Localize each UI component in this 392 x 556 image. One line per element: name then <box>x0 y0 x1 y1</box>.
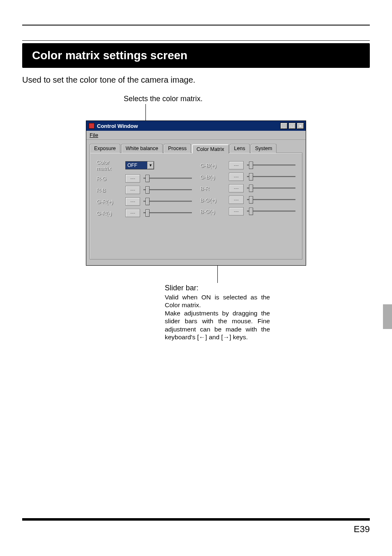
close-button[interactable]: × <box>297 123 304 129</box>
value-r-g: --- <box>125 174 140 183</box>
menu-file[interactable]: File <box>90 132 98 138</box>
slider-g-b-minus[interactable] <box>247 173 295 181</box>
label-color-matrix: Color matrix <box>97 159 125 171</box>
value-g-b-minus: --- <box>229 173 244 181</box>
value-r-b: --- <box>125 186 140 194</box>
leader-line-bottom <box>217 266 218 283</box>
maximize-button[interactable]: □ <box>288 123 296 129</box>
slider-b-g-minus[interactable] <box>247 207 295 215</box>
section-title: Color matrix settings screen <box>22 43 370 68</box>
slider-g-r-minus[interactable] <box>143 209 192 217</box>
minimize-button[interactable]: _ <box>280 123 288 129</box>
slider-g-r-plus[interactable] <box>143 197 192 206</box>
label-r-b: R-B <box>97 187 125 193</box>
label-r-g: R-G <box>97 176 125 182</box>
slider-g-b-plus[interactable] <box>247 161 295 169</box>
slider-explanation-heading: Slider bar: <box>165 284 270 292</box>
label-g-b-plus: G-B(+) <box>200 162 229 169</box>
tab-exposure[interactable]: Exposure <box>90 144 120 153</box>
footer-rule <box>22 518 370 521</box>
tab-white-balance[interactable]: White balance <box>121 144 163 153</box>
label-b-r: B-R <box>200 185 229 192</box>
tab-system[interactable]: System <box>251 144 277 153</box>
page-footer: E39 <box>22 518 370 535</box>
value-g-r-plus: --- <box>125 197 140 206</box>
tab-process[interactable]: Process <box>164 144 191 153</box>
slider-b-r[interactable] <box>247 184 295 192</box>
window-title: Control Window <box>97 123 138 129</box>
slider-b-g-plus[interactable] <box>247 196 295 204</box>
value-b-g-plus: --- <box>229 196 244 204</box>
tab-color-matrix[interactable]: Color Matrix <box>192 144 228 153</box>
label-b-g-minus: B-G(-) <box>200 208 229 215</box>
tab-strip: Exposure White balance Process Color Mat… <box>90 144 302 153</box>
app-icon <box>89 123 95 129</box>
slider-r-b[interactable] <box>143 186 192 194</box>
page-side-tab <box>383 304 392 329</box>
value-g-b-plus: --- <box>229 161 244 169</box>
window-titlebar[interactable]: Control Window _ □ × <box>86 121 306 131</box>
tab-panel-color-matrix: Color matrix OFF ▼ R-G --- <box>90 153 302 259</box>
caption-selects-color-matrix: Selects the color matrix. <box>0 95 337 103</box>
label-g-r-plus: G-R(+) <box>97 199 125 205</box>
slider-explanation-body-2: Make adjustments by dragging the slider … <box>165 309 270 341</box>
color-matrix-select[interactable]: OFF ▼ <box>125 161 154 169</box>
value-b-g-minus: --- <box>229 207 244 215</box>
value-g-r-minus: --- <box>125 209 140 217</box>
label-b-g-plus: B-G(+) <box>200 197 229 203</box>
slider-explanation-body-1: Valid when ON is selected as the Color m… <box>165 293 270 309</box>
slider-explanation: Slider bar: Valid when ON is selected as… <box>165 284 270 341</box>
label-g-r-minus: G-R(-) <box>97 210 125 216</box>
intro-text: Used to set the color tone of the camera… <box>22 75 370 85</box>
label-g-b-minus: G-B(-) <box>200 174 229 180</box>
slider-r-g[interactable] <box>143 174 192 183</box>
chevron-down-icon: ▼ <box>147 162 154 169</box>
leader-line-top <box>145 104 146 120</box>
control-window: Control Window _ □ × File Exposure White… <box>86 120 306 266</box>
page-top-rule <box>22 25 370 25</box>
value-b-r: --- <box>229 184 244 192</box>
page-mid-rule <box>22 40 370 41</box>
tab-lens[interactable]: Lens <box>230 144 250 153</box>
color-matrix-select-value: OFF <box>126 162 147 169</box>
page-number: E39 <box>22 524 370 535</box>
menubar: File <box>86 131 306 140</box>
